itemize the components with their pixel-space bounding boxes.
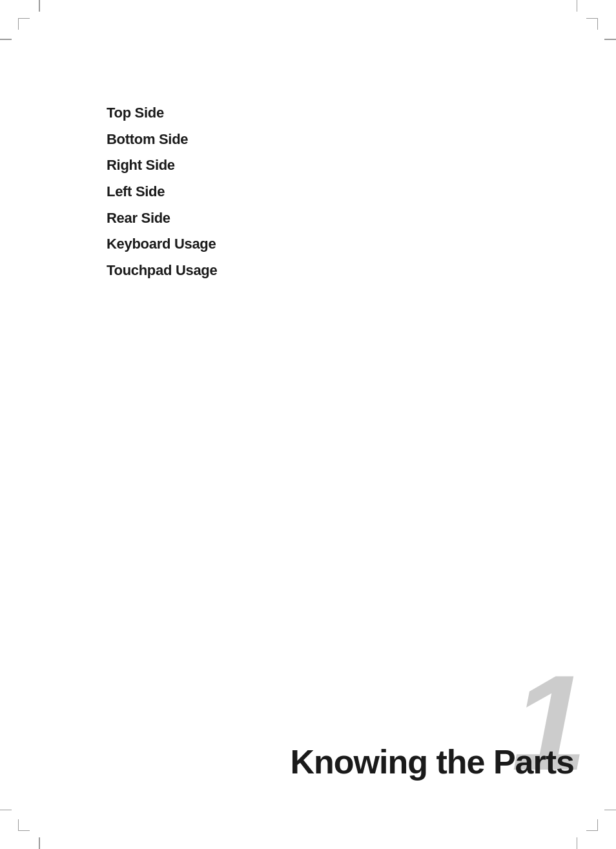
page: Top SideBottom SideRight SideLeft SideRe…	[0, 0, 616, 849]
corner-mark-bl	[18, 819, 30, 831]
tick-right-bottom	[604, 810, 616, 811]
tick-top-right	[577, 0, 578, 12]
toc-item: Touchpad Usage	[107, 258, 217, 284]
tick-top-left	[39, 0, 40, 12]
tick-bottom-right	[577, 837, 578, 849]
toc-item: Bottom Side	[107, 127, 217, 153]
toc-item: Right Side	[107, 152, 217, 179]
tick-left-top	[0, 39, 12, 40]
toc-item: Top Side	[107, 100, 217, 127]
toc-item: Rear Side	[107, 205, 217, 232]
corner-mark-br	[586, 819, 598, 831]
toc-item: Keyboard Usage	[107, 231, 217, 258]
toc-container: Top SideBottom SideRight SideLeft SideRe…	[107, 100, 217, 284]
tick-left-bottom	[0, 810, 12, 811]
tick-right-top	[604, 39, 616, 40]
tick-bottom-left	[39, 837, 40, 849]
toc-item: Left Side	[107, 179, 217, 205]
corner-mark-tr	[586, 18, 598, 30]
chapter-title: Knowing the Parts	[0, 742, 574, 781]
corner-mark-tl	[18, 18, 30, 30]
